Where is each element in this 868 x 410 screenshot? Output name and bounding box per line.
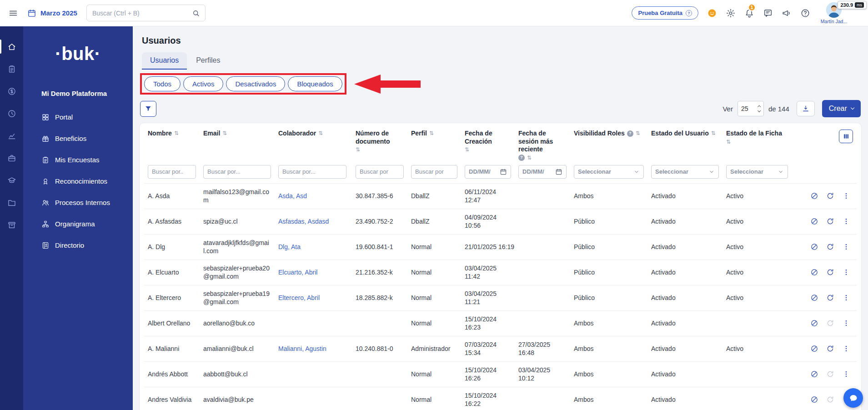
trial-badge[interactable]: Prueba Gratuita ? <box>632 6 698 20</box>
sort-icon[interactable]: ⇅ <box>726 139 731 145</box>
sidebar-item-directorio[interactable]: Directorio <box>23 235 133 256</box>
row-menu-button[interactable] <box>842 319 850 327</box>
sort-icon[interactable]: ⇅ <box>429 130 434 137</box>
sidebar-item-reconocimientos[interactable]: Reconocimientos <box>23 170 133 192</box>
menu-toggle-button[interactable] <box>8 8 18 18</box>
info-icon[interactable]: ? <box>518 155 525 161</box>
row-menu-button[interactable] <box>842 192 850 200</box>
deactivate-user-button[interactable] <box>810 243 818 251</box>
cell-nombre: Albert Orellano <box>144 310 200 336</box>
deactivate-user-button[interactable] <box>810 395 818 404</box>
reset-password-button[interactable] <box>826 345 834 353</box>
sidebar-item-beneficios[interactable]: Beneficios <box>23 128 133 149</box>
filter-pill-bloqueados[interactable]: Bloqueados <box>288 76 342 91</box>
create-button[interactable]: Crear <box>822 100 861 117</box>
deactivate-user-button[interactable] <box>810 268 818 276</box>
deactivate-user-button[interactable] <box>810 345 818 353</box>
deactivate-user-button[interactable] <box>810 319 818 327</box>
filter-select-estado-de-la-ficha[interactable]: Seleccionar <box>726 165 788 179</box>
reset-password-button[interactable] <box>826 319 834 327</box>
global-search-input[interactable] <box>92 10 189 17</box>
column-settings-button[interactable] <box>839 130 853 143</box>
filter-pill-desactivados[interactable]: Desactivados <box>226 76 285 91</box>
main-content: Usuarios UsuariosPerfiles TodosActivosDe… <box>133 26 868 410</box>
sort-icon[interactable]: ⇅ <box>465 146 469 153</box>
collaborator-link[interactable]: Malianni, Agustin <box>278 345 326 352</box>
rail-item-payroll-dollar[interactable] <box>0 80 23 102</box>
reset-password-button[interactable] <box>826 268 834 276</box>
rail-item-documents-folder[interactable] <box>0 191 23 214</box>
rail-item-time-clock[interactable] <box>0 102 23 125</box>
cell-colaborador: Eltercero, Abril <box>275 285 352 310</box>
collaborator-link[interactable]: Dlg, Ata <box>278 243 301 250</box>
notifications-button[interactable]: 1 <box>744 8 754 18</box>
reset-password-button[interactable] <box>826 395 834 404</box>
row-menu-button[interactable] <box>842 370 850 378</box>
filter-input-colaborador[interactable] <box>278 165 346 179</box>
cell-estado_ficha <box>722 310 792 336</box>
row-menu-button[interactable] <box>842 268 850 276</box>
rail-item-training-cap[interactable] <box>0 169 23 191</box>
collaborator-link[interactable]: Elcuarto, Abril <box>278 269 317 276</box>
help-button[interactable] <box>800 8 810 18</box>
deactivate-user-button[interactable] <box>810 217 818 225</box>
row-menu-button[interactable] <box>842 217 850 225</box>
collaborator-link[interactable]: Asda, Asd <box>278 192 307 200</box>
tab-perfiles[interactable]: Perfiles <box>188 52 228 70</box>
sidebar-item-organigrama[interactable]: Organigrama <box>23 213 133 235</box>
filter-date-fecha-de-sesion-mas-reciente[interactable]: DD/MM/ <box>518 165 567 179</box>
filter-pill-activos[interactable]: Activos <box>183 76 223 91</box>
reset-password-button[interactable] <box>826 294 834 302</box>
home-icon <box>7 42 16 51</box>
rail-item-archive-box[interactable] <box>0 214 23 236</box>
sort-icon[interactable]: ⇅ <box>711 130 716 137</box>
notes-button[interactable] <box>763 8 773 18</box>
sort-icon[interactable]: ⇅ <box>174 130 179 137</box>
rail-item-clipboard[interactable] <box>0 58 23 80</box>
filter-input-email[interactable] <box>203 165 271 179</box>
deactivate-user-button[interactable] <box>810 192 818 200</box>
sidebar-item-portal[interactable]: Portal <box>23 106 133 128</box>
feedback-button[interactable] <box>707 8 717 18</box>
cell-email: aabbott@buk.cl <box>200 361 275 387</box>
reset-password-button[interactable] <box>826 243 834 251</box>
advanced-filter-button[interactable] <box>140 101 156 117</box>
sort-icon[interactable]: ⇅ <box>318 130 323 137</box>
row-menu-button[interactable] <box>842 243 850 251</box>
collaborator-link[interactable]: Asfasdas, Asdasd <box>278 218 329 225</box>
rail-item-performance-chart[interactable] <box>0 125 23 147</box>
deactivate-user-button[interactable] <box>810 370 818 378</box>
tab-usuarios[interactable]: Usuarios <box>142 52 187 70</box>
search-button[interactable] <box>189 7 203 19</box>
filter-input-numero-de-documento[interactable] <box>356 165 404 179</box>
filter-select-visibilidad-roles[interactable]: Seleccionar <box>574 165 644 179</box>
info-icon[interactable]: ? <box>627 130 633 137</box>
rail-item-briefcase[interactable] <box>0 147 23 169</box>
settings-button[interactable] <box>726 8 736 18</box>
announcements-button[interactable] <box>782 8 792 18</box>
sort-icon[interactable]: ⇅ <box>222 130 227 137</box>
period-selector[interactable]: Marzo 2025 <box>27 9 77 18</box>
row-menu-button[interactable] <box>842 294 850 302</box>
filter-pill-todos[interactable]: Todos <box>144 76 181 91</box>
sort-icon[interactable]: ⇅ <box>527 155 532 161</box>
collaborator-link[interactable]: Eltercero, Abril <box>278 294 320 301</box>
sort-icon[interactable]: ⇅ <box>636 130 640 137</box>
sidebar-item-procesos-internos[interactable]: Procesos Internos <box>23 192 133 213</box>
chat-launcher[interactable] <box>843 388 863 408</box>
sort-icon[interactable]: ⇅ <box>356 146 360 153</box>
page-size-select[interactable]: 25 <box>738 101 764 116</box>
deactivate-user-button[interactable] <box>810 294 818 302</box>
rail-item-home[interactable] <box>0 35 23 58</box>
export-button[interactable] <box>797 101 815 116</box>
reset-password-button[interactable] <box>826 217 834 225</box>
filter-input-nombre[interactable] <box>148 165 196 179</box>
row-menu-button[interactable] <box>842 345 850 353</box>
filter-select-estado-del-usuario[interactable]: Seleccionar <box>651 165 719 179</box>
cell-fecha_sesion <box>515 260 570 285</box>
filter-input-perfil[interactable] <box>411 165 457 179</box>
sidebar-item-mis-encuestas[interactable]: Mis Encuestas <box>23 149 133 170</box>
filter-date-fecha-de-creacion[interactable]: DD/MM/ <box>465 165 511 179</box>
reset-password-button[interactable] <box>826 370 834 378</box>
reset-password-button[interactable] <box>826 192 834 200</box>
